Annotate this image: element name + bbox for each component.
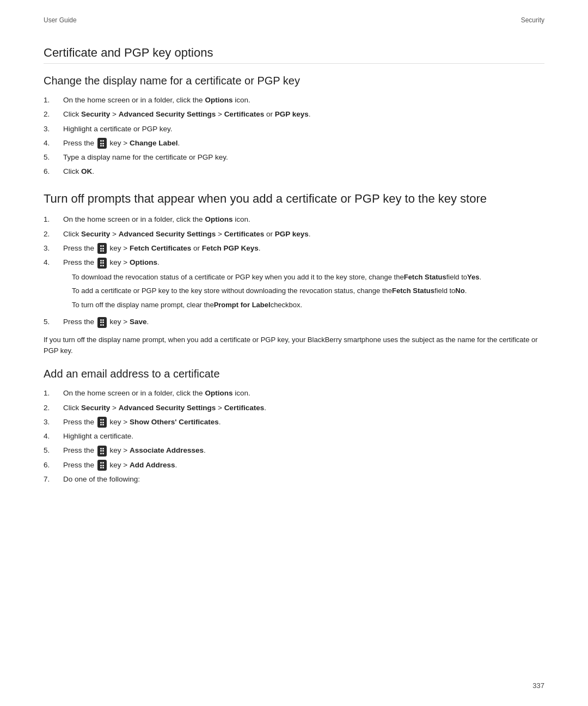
bb-menu-icon-6 — [97, 446, 107, 457]
bullet-3: To turn off the display name prompt, cle… — [72, 300, 544, 311]
header-right: Security — [521, 16, 544, 24]
page-header: User Guide Security — [44, 16, 544, 24]
step-6: 6. Click OK. — [44, 166, 544, 177]
bullet-2: To add a certificate or PGP key to the k… — [72, 285, 544, 296]
bb-menu-icon-7 — [97, 460, 107, 471]
s3-step-3: 3. Press the key > Show Others' Certific… — [44, 417, 544, 428]
section-title: Certificate and PGP key options — [44, 46, 544, 64]
s3-step-5: 5. Press the key > Associate Addresses. — [44, 445, 544, 456]
bb-menu-icon-2 — [97, 243, 107, 254]
s3-step-2: 2. Click Security > Advanced Security Se… — [44, 403, 544, 413]
page-number: 337 — [532, 681, 544, 690]
s3-step-4: 4. Highlight a certificate. — [44, 431, 544, 442]
s2-step-4: 4. Press the key > Options. To download … — [44, 257, 544, 313]
bb-menu-icon-4 — [97, 317, 107, 328]
s2-step4-bullets: To download the revocation status of a c… — [72, 272, 544, 311]
subsection2-steps: 1. On the home screen or in a folder, cl… — [44, 214, 544, 327]
s2-step-1: 1. On the home screen or in a folder, cl… — [44, 214, 544, 225]
bb-menu-icon-5 — [97, 417, 107, 428]
subsection3-steps: 1. On the home screen or in a folder, cl… — [44, 388, 544, 485]
header-left: User Guide — [44, 16, 77, 24]
s2-step-3: 3. Press the key > Fetch Certificates or… — [44, 243, 544, 254]
subsection1-title: Change the display name for a certificat… — [44, 75, 544, 87]
bb-menu-icon — [97, 138, 107, 149]
bullet-1: To download the revocation status of a c… — [72, 272, 544, 283]
subsection3-title: Add an email address to a certificate — [44, 368, 544, 380]
s3-step-1: 1. On the home screen or in a folder, cl… — [44, 388, 544, 399]
subsection1-steps: 1. On the home screen or in a folder, cl… — [44, 95, 544, 178]
subsection2-title: Turn off prompts that appear when you ad… — [44, 191, 544, 207]
subsection2-note: If you turn off the display name prompt,… — [44, 334, 544, 357]
s2-step-2: 2. Click Security > Advanced Security Se… — [44, 229, 544, 240]
s2-step-5: 5. Press the key > Save. — [44, 317, 544, 327]
s3-step-7: 7. Do one of the following: — [44, 474, 544, 485]
page-container: User Guide Security Certificate and PGP … — [0, 0, 588, 706]
step-3: 3. Highlight a certificate or PGP key. — [44, 124, 544, 135]
step-4: 4. Press the key > Change Label. — [44, 138, 544, 149]
step-5: 5. Type a display name for the certifica… — [44, 152, 544, 163]
bb-menu-icon-3 — [97, 258, 107, 269]
step-2: 2. Click Security > Advanced Security Se… — [44, 109, 544, 120]
page-footer: 337 — [532, 681, 544, 690]
s3-step-6: 6. Press the key > Add Address. — [44, 460, 544, 471]
step-1: 1. On the home screen or in a folder, cl… — [44, 95, 544, 106]
